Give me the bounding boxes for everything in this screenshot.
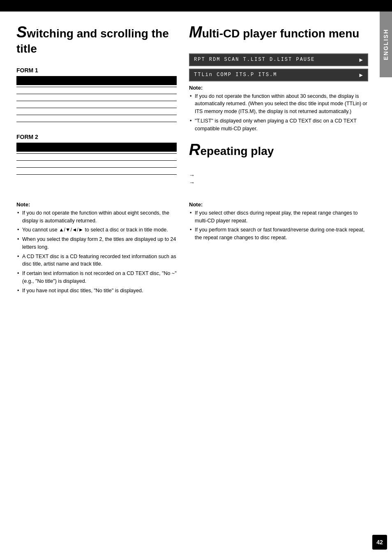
lcd2-text: TTLin COMP ITS.P ITS.M xyxy=(194,72,277,78)
page-number: 42 xyxy=(372,535,387,550)
bottom-left-note-item-6: If you have not input disc titles, "No t… xyxy=(16,287,177,295)
left-title-rest: witching and scrolling the title xyxy=(16,27,169,55)
form1-label: FORM 1 xyxy=(16,67,177,74)
repeat-title: Repeating play xyxy=(189,141,368,159)
main-content: Switching and scrolling the title FORM 1… xyxy=(0,12,380,307)
form1-line-3 xyxy=(16,101,177,101)
bottom-left-note-list: If you do not operate the function withi… xyxy=(16,209,177,295)
form2-line-4 xyxy=(16,174,177,175)
form2-line-3 xyxy=(16,167,177,168)
form2-line-2 xyxy=(16,160,177,161)
form1-line-1 xyxy=(16,87,177,87)
bottom-left-note-item-5: If certain text information is not recor… xyxy=(16,270,177,285)
repeat-title-rest: epeating play xyxy=(200,145,274,157)
english-tab: ENGLISH xyxy=(380,12,392,77)
form1-line-5 xyxy=(16,115,177,115)
right-note-title: Note: xyxy=(189,85,368,91)
bottom-left-note-title: Note: xyxy=(16,201,177,208)
form1-line-6 xyxy=(16,122,177,122)
right-note-item-2: "T.LIST" is displayed only when playing … xyxy=(189,117,368,133)
repeat-title-big: R xyxy=(189,141,200,158)
form1-line-2 xyxy=(16,94,177,94)
right-title-big-letter: M xyxy=(189,23,202,41)
right-column: Multi-CD player function menu RPT RDM SC… xyxy=(189,23,368,189)
english-label: ENGLISH xyxy=(383,29,389,60)
left-section-title: Switching and scrolling the title xyxy=(16,23,177,55)
repeat-arrow-2: → xyxy=(189,179,368,186)
bottom-right-note-title: Note: xyxy=(189,201,368,208)
lcd2-arrow: ▶ xyxy=(360,72,363,79)
page-number-text: 42 xyxy=(376,539,383,545)
form1-line-4 xyxy=(16,108,177,108)
bottom-notes: Note: If you do not operate the function… xyxy=(16,201,368,296)
left-title-big-letter: S xyxy=(16,23,27,41)
lcd1-text: RPT RDM SCAN T.LIST D.LIST PAUSE xyxy=(194,57,315,62)
right-title-rest: ulti-CD player function menu xyxy=(202,27,360,40)
bottom-right-note: Note: If you select other discs during r… xyxy=(189,201,368,296)
bottom-left-note-item-1: If you do not operate the function withi… xyxy=(16,209,177,225)
bottom-left-note-item-2: You cannot use ▲/▼/◄/► to select a disc … xyxy=(16,226,177,234)
right-section-title: Multi-CD player function menu xyxy=(189,23,368,42)
right-note-item-1: If you do not operate the function withi… xyxy=(189,92,368,116)
repeat-arrow-1: → xyxy=(189,172,368,178)
lcd1-arrow: ▶ xyxy=(360,56,363,63)
top-bar xyxy=(0,0,392,12)
form2-line-1 xyxy=(16,153,177,154)
repeat-section: Repeating play → → xyxy=(189,141,368,186)
bottom-left-note-item-4: A CD TEXT disc is a CD featuring recorde… xyxy=(16,253,177,268)
form2-bar xyxy=(16,143,177,152)
right-note-section: Note: If you do not operate the function… xyxy=(189,85,368,133)
lcd-display-1: RPT RDM SCAN T.LIST D.LIST PAUSE ▶ xyxy=(189,53,368,66)
bottom-left-note-item-3: When you select the display form 2, the … xyxy=(16,236,177,251)
bottom-left-note: Note: If you do not operate the function… xyxy=(16,201,177,296)
columns: Switching and scrolling the title FORM 1… xyxy=(16,23,368,189)
left-column: Switching and scrolling the title FORM 1… xyxy=(16,23,177,189)
form1-bar xyxy=(16,76,177,85)
bottom-right-note-item-1: If you select other discs during repeat … xyxy=(189,209,368,225)
right-note-list: If you do not operate the function withi… xyxy=(189,92,368,133)
repeat-arrows: → → xyxy=(189,172,368,186)
form2-label: FORM 2 xyxy=(16,134,177,140)
bottom-right-note-item-2: If you perform track search or fast forw… xyxy=(189,226,368,242)
lcd-display-2: TTLin COMP ITS.P ITS.M ▶ xyxy=(189,69,368,81)
bottom-right-note-list: If you select other discs during repeat … xyxy=(189,209,368,242)
